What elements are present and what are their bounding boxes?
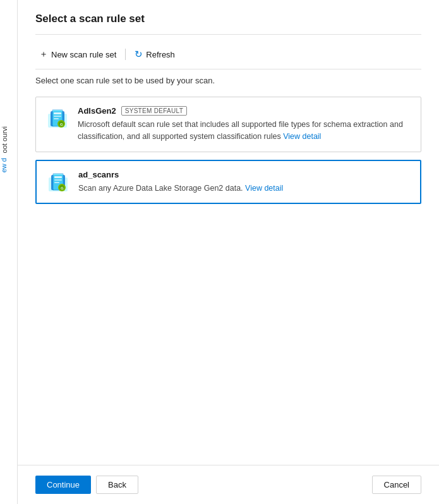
toolbar-divider xyxy=(35,69,421,69)
header-divider xyxy=(35,34,421,35)
new-scan-rule-set-button[interactable]: ＋ New scan rule set xyxy=(35,46,120,63)
rule-name-row-adlsgen2: AdlsGen2 SYSTEM DEFAULT xyxy=(78,106,411,116)
new-scan-label: New scan rule set xyxy=(51,50,116,59)
sidebar-text-1: urvi xyxy=(0,126,17,138)
footer-left: Continue Back xyxy=(35,476,138,494)
refresh-label: Refresh xyxy=(146,50,175,59)
toolbar-separator xyxy=(125,49,126,60)
refresh-button[interactable]: ↻ Refresh xyxy=(131,46,179,63)
svg-rect-15 xyxy=(54,179,62,181)
sidebar-text-2: oot o xyxy=(0,138,17,153)
svg-rect-16 xyxy=(54,182,59,183)
footer: Continue Back Cancel xyxy=(18,465,439,504)
rule-info-adlsgen2: AdlsGen2 SYSTEM DEFAULT Microsoft defaul… xyxy=(78,106,411,143)
rule-desc-ad-scanrs: Scan any Azure Data Lake Storage Gen2 da… xyxy=(78,183,410,195)
svg-text:G: G xyxy=(60,123,63,126)
sidebar: urvi oot o ew d xyxy=(0,0,18,504)
rule-icon-ad-scanrs: G xyxy=(47,171,69,194)
rule-card-ad-scanrs[interactable]: G ad_scanrs Scan any Azure Data Lake Sto… xyxy=(35,160,421,205)
refresh-icon: ↻ xyxy=(135,49,143,60)
rule-card-adlsgen2[interactable]: G AdlsGen2 SYSTEM DEFAULT Microsoft defa… xyxy=(35,97,421,152)
toolbar: ＋ New scan rule set ↻ Refresh xyxy=(35,41,421,69)
rule-name-ad-scanrs: ad_scanrs xyxy=(78,170,119,179)
view-detail-link-adlsgen2[interactable]: View detail xyxy=(283,132,321,141)
svg-rect-6 xyxy=(54,118,59,119)
sidebar-link[interactable]: ew d xyxy=(0,158,17,172)
main-panel: Select a scan rule set ＋ New scan rule s… xyxy=(18,0,439,504)
rule-badge-adlsgen2: SYSTEM DEFAULT xyxy=(121,106,187,116)
rule-info-ad-scanrs: ad_scanrs Scan any Azure Data Lake Stora… xyxy=(78,170,410,195)
page-title: Select a scan rule set xyxy=(35,13,421,25)
view-detail-link-ad-scanrs[interactable]: View detail xyxy=(245,184,283,193)
svg-rect-5 xyxy=(54,116,61,117)
svg-rect-4 xyxy=(54,112,61,114)
svg-rect-14 xyxy=(54,176,62,178)
cancel-button[interactable]: Cancel xyxy=(372,476,421,494)
rule-name-adlsgen2: AdlsGen2 xyxy=(78,106,116,116)
panel-subtitle: Select one scan rule set to be used by y… xyxy=(35,76,421,85)
plus-icon: ＋ xyxy=(39,49,48,60)
back-button[interactable]: Back xyxy=(96,476,138,494)
continue-button[interactable]: Continue xyxy=(35,476,91,494)
rule-icon-adlsgen2: G xyxy=(46,107,69,130)
panel-header: Select a scan rule set ＋ New scan rule s… xyxy=(18,0,439,76)
svg-text:G: G xyxy=(61,186,64,190)
rule-name-row-ad-scanrs: ad_scanrs xyxy=(78,170,410,179)
panel-content: Select one scan rule set to be used by y… xyxy=(18,76,439,465)
rule-desc-adlsgen2: Microsoft default scan rule set that inc… xyxy=(78,119,411,143)
